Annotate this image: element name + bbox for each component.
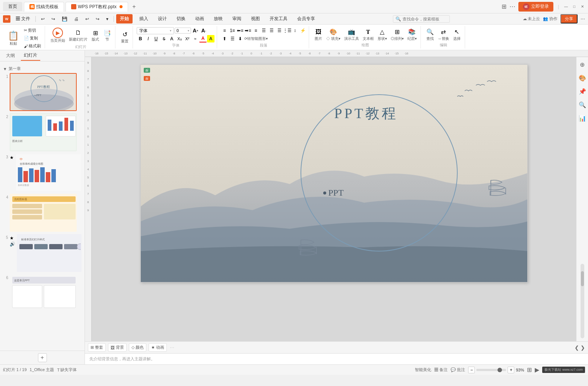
- section-button[interactable]: 📑 节: [102, 28, 113, 43]
- slideshow-tab[interactable]: 放映: [209, 14, 227, 23]
- font-size-selector[interactable]: 0▾: [175, 28, 191, 34]
- align-center-button[interactable]: ☰: [260, 27, 267, 34]
- right-icon-3[interactable]: 📌: [578, 87, 587, 96]
- wavy-button[interactable]: ≈: [191, 35, 199, 42]
- strikethrough-button[interactable]: S̶: [160, 35, 168, 42]
- slide-thumb-3[interactable]: 中 全班单科成绩分布图 各科目数据: [15, 154, 82, 192]
- scrollbar-vertical[interactable]: [581, 264, 584, 338]
- copy-button[interactable]: 📄 复制: [22, 35, 42, 42]
- font-grow-button[interactable]: A+: [192, 27, 199, 34]
- undo-button[interactable]: ↩: [82, 15, 92, 23]
- align-top-button[interactable]: ⬆: [221, 35, 228, 42]
- add-slide-button[interactable]: +: [38, 353, 47, 362]
- highlight-button[interactable]: A: [207, 35, 214, 42]
- tab-ppt[interactable]: WPS PPT教程.pptx: [66, 2, 128, 12]
- arrange-button[interactable]: ⊞ ◎排列▾: [389, 27, 405, 42]
- layout-button[interactable]: ⊞ 版式: [90, 28, 101, 43]
- collab-button[interactable]: 👥 协作: [543, 16, 557, 22]
- more-button[interactable]: ⋯: [581, 16, 585, 22]
- shadow-button[interactable]: A: [168, 35, 175, 42]
- reset-button[interactable]: ↺ 重置: [119, 30, 130, 45]
- nav-prev[interactable]: ❮: [575, 345, 579, 351]
- superscript-button[interactable]: X²: [184, 35, 191, 42]
- italic-button[interactable]: I: [144, 35, 152, 42]
- view-tab[interactable]: 视图: [247, 14, 264, 23]
- cut-button[interactable]: ✂ 剪切: [22, 27, 42, 34]
- present-tools-button[interactable]: 📺 演示工具: [343, 27, 360, 42]
- bullets-button[interactable]: ≡: [221, 27, 228, 34]
- slide-thumb-2[interactable]: 图表分析: [10, 113, 77, 151]
- transition-tab[interactable]: 切换: [172, 14, 190, 23]
- underline-button[interactable]: U: [152, 35, 160, 42]
- text-direction-button[interactable]: ⚡: [299, 27, 306, 34]
- zoom-out-button[interactable]: −: [468, 367, 475, 373]
- slide-thumb-1[interactable]: PPT教程 • PPT ∿ ∿: [10, 73, 77, 111]
- right-icon-2[interactable]: 🎨: [578, 73, 587, 82]
- add-slide-area[interactable]: +: [0, 351, 85, 364]
- slides-tab[interactable]: 幻灯片: [21, 51, 40, 61]
- slide-item-4[interactable]: 4 流程图标题: [3, 194, 82, 232]
- search-input[interactable]: [403, 17, 447, 21]
- ai-badge-2[interactable]: ai: [144, 76, 150, 81]
- color-button[interactable]: ◇ 颜色: [129, 343, 146, 352]
- font-family-selector[interactable]: 字体▾: [137, 27, 174, 34]
- cloud-button[interactable]: ☁ 未上云: [523, 16, 540, 22]
- menu-undo-icon[interactable]: ↩: [38, 15, 48, 23]
- slide-thumb-6[interactable]: 这是单元PPT: [10, 274, 77, 312]
- zoom-in-button[interactable]: +: [508, 367, 514, 373]
- right-icon-4[interactable]: 🔍: [578, 100, 587, 109]
- align-right-button[interactable]: ☰: [268, 27, 275, 34]
- normal-view-btn[interactable]: ⊞: [527, 366, 532, 373]
- notes-area[interactable]: 先介绍背景信息，再进入主题讲解。: [85, 353, 588, 364]
- review-tab[interactable]: 审阅: [228, 14, 246, 23]
- layout-icon[interactable]: ⊞: [502, 3, 506, 10]
- design-tab[interactable]: 设计: [153, 14, 171, 23]
- justify-button[interactable]: ☰: [276, 27, 283, 34]
- text-box-button[interactable]: 𝐓 文本框: [361, 27, 375, 42]
- slide-canvas[interactable]: ai ai: [140, 64, 528, 282]
- menu-redo-icon[interactable]: ↪: [48, 15, 58, 23]
- cover-button[interactable]: ⊞ 整套: [88, 343, 106, 352]
- shape-button[interactable]: △ 形状▾: [376, 27, 388, 42]
- align-bottom-button[interactable]: ⬇: [236, 35, 244, 42]
- ai-badge-1[interactable]: ai: [144, 68, 150, 73]
- slide-thumb-4[interactable]: 流程图标题: [10, 194, 77, 232]
- tab-template[interactable]: 稿 找稿壳模板: [24, 2, 64, 12]
- layer-button[interactable]: 📚 纪层▾: [406, 27, 418, 42]
- insert-tab[interactable]: 插入: [135, 14, 153, 23]
- font-color-button[interactable]: A: [199, 35, 207, 42]
- menu-file[interactable]: ☰ 文件: [13, 15, 33, 23]
- find-button[interactable]: 🔍 查找: [425, 27, 436, 42]
- start-tab-button[interactable]: 开始: [116, 14, 133, 23]
- slide-scroll-area[interactable]: ai ai: [92, 57, 576, 341]
- fill-button[interactable]: 🎨 ◇ 填充▾: [325, 27, 342, 42]
- slide-item-2[interactable]: 2 图表分析: [3, 113, 82, 151]
- numbering-button[interactable]: 1≡: [229, 27, 236, 34]
- share-button[interactable]: 分享: [560, 14, 578, 23]
- undo-dropdown[interactable]: ▾: [103, 15, 111, 23]
- slide-item-5[interactable]: 5 ★ 🔊 标准单页幻灯片样式: [3, 234, 82, 272]
- animation-button[interactable]: ★ 动画: [149, 343, 167, 352]
- search-box[interactable]: 🔍: [393, 15, 450, 23]
- member-tab[interactable]: 会员专享: [293, 14, 320, 23]
- play-current-button[interactable]: ▶ 当页开始: [49, 27, 67, 44]
- image-button[interactable]: 🖼 图片: [313, 27, 324, 42]
- zoom-handle[interactable]: [498, 368, 502, 372]
- align-middle-button[interactable]: ☰: [229, 35, 236, 42]
- line-spacing-button[interactable]: ↕: [291, 27, 299, 34]
- columns-button[interactable]: ⋮☰: [283, 27, 291, 34]
- tab-home[interactable]: 首页: [3, 2, 22, 11]
- comment-btn[interactable]: 💬 批注: [451, 367, 465, 373]
- slide-item-1[interactable]: 1 PPT教程 • PPT ∿ ∿: [3, 73, 82, 111]
- select-button[interactable]: ↖ 选择: [451, 27, 463, 42]
- apps-icon[interactable]: ⋯: [509, 3, 515, 10]
- animation-tab[interactable]: 动画: [191, 14, 209, 23]
- right-icon-1[interactable]: ⊕: [578, 60, 587, 69]
- slide-show-btn[interactable]: ▶: [535, 366, 539, 373]
- indent-dec-button[interactable]: ⬅≡: [236, 27, 244, 34]
- zoom-slider[interactable]: [476, 369, 506, 371]
- notes-btn[interactable]: ☰ 备注: [434, 367, 448, 373]
- paste-button[interactable]: 📋 粘贴: [5, 30, 22, 47]
- right-icon-5[interactable]: 📊: [578, 114, 587, 123]
- scrollbar-thumb[interactable]: [581, 271, 584, 286]
